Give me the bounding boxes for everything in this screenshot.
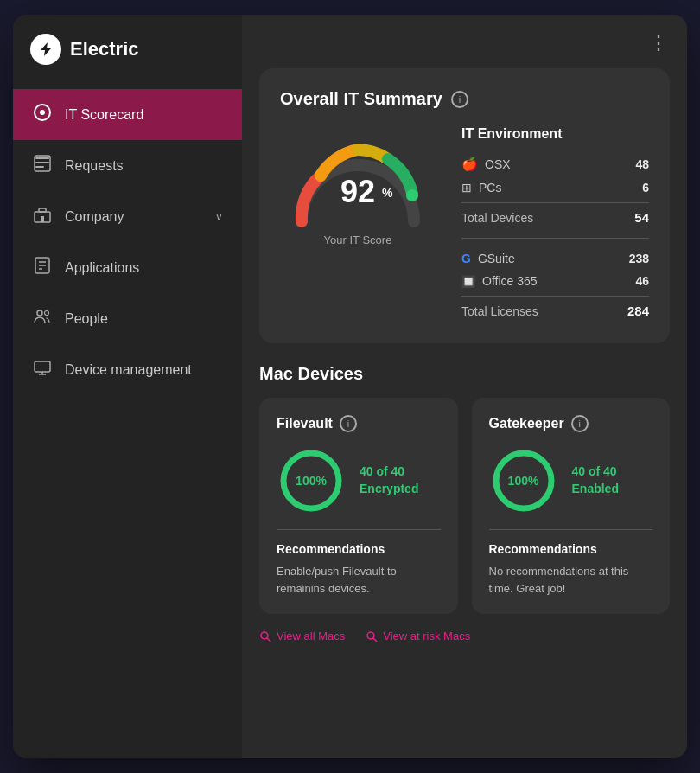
total-licenses-label: Total Licenses <box>461 304 538 318</box>
requests-icon <box>32 154 53 177</box>
sidebar: Electric IT Scorecard <box>13 15 242 758</box>
filevault-stat-text: 40 of 40 Encrypted <box>360 463 418 497</box>
svg-rect-4 <box>35 162 49 163</box>
svg-point-19 <box>406 189 418 201</box>
gatekeeper-stat-line2: Enabled <box>572 481 619 498</box>
it-summary-header: Overall IT Summary i <box>280 89 649 109</box>
filevault-info-icon[interactable]: i <box>340 415 357 432</box>
company-icon <box>32 205 53 228</box>
stat-row-pcs: ⊞ PCs 6 <box>461 176 649 199</box>
svg-rect-16 <box>35 361 50 372</box>
view-all-macs-link[interactable]: View all Macs <box>259 629 345 642</box>
search-at-risk-icon <box>366 630 378 642</box>
gatekeeper-card-header: Gatekeeper i <box>489 415 653 432</box>
more-options-button[interactable]: ⋮ <box>649 32 670 54</box>
it-summary-info-icon[interactable]: i <box>451 91 468 108</box>
mac-devices-title: Mac Devices <box>259 364 670 384</box>
svg-text:%: % <box>382 186 393 200</box>
svg-rect-5 <box>35 166 44 168</box>
search-icon <box>259 630 271 642</box>
app-container: Electric IT Scorecard <box>13 15 687 758</box>
gatekeeper-card-body: 100% 40 of 40 Enabled <box>489 446 653 515</box>
main-content: ⋮ Overall IT Summary i <box>242 15 687 758</box>
sidebar-item-label-people: People <box>65 311 108 327</box>
logo-icon <box>30 34 61 65</box>
env-divider <box>461 238 649 239</box>
svg-text:92: 92 <box>340 174 375 209</box>
office365-label: 🔲 Office 365 <box>461 274 538 288</box>
filevault-card-body: 100% 40 of 40 Encrypted <box>277 446 441 515</box>
filevault-rec-text: Enable/push Filevault to remainins devic… <box>277 563 441 597</box>
stat-row-office365: 🔲 Office 365 46 <box>461 270 649 292</box>
total-licenses-value: 284 <box>627 303 649 318</box>
stat-row-total-devices: Total Devices 54 <box>461 202 649 229</box>
stat-row-gsuite: G GSuite 238 <box>461 247 649 270</box>
device-cards-row: Filevault i 100% 40 of 40 <box>259 398 670 614</box>
google-icon: G <box>461 252 471 265</box>
svg-rect-3 <box>35 157 49 159</box>
osx-value: 48 <box>635 157 649 171</box>
total-devices-label: Total Devices <box>461 211 533 225</box>
svg-point-15 <box>45 311 49 316</box>
sidebar-item-applications[interactable]: Applications <box>13 242 242 293</box>
main-header: ⋮ <box>259 32 670 54</box>
applications-icon <box>32 256 53 279</box>
view-at-risk-macs-label: View at risk Macs <box>383 629 470 642</box>
gatekeeper-rec-text: No recommendations at this time. Great j… <box>489 563 653 597</box>
sidebar-item-company[interactable]: Company ∨ <box>13 191 242 242</box>
svg-point-2 <box>40 110 45 115</box>
env-stats: IT Environment 🍎 OSX 48 ⊞ PCs 6 <box>461 126 649 323</box>
pcs-value: 6 <box>642 181 649 195</box>
svg-marker-0 <box>41 42 51 56</box>
sidebar-item-label-it-scorecard: IT Scorecard <box>65 107 143 123</box>
filevault-card-header: Filevault i <box>277 415 441 432</box>
windows-icon: ⊞ <box>461 181 472 195</box>
sidebar-item-people[interactable]: People <box>13 293 242 344</box>
sidebar-item-label-device-management: Device management <box>65 362 192 378</box>
filevault-stat-line1: 40 of 40 <box>360 463 418 481</box>
filevault-rec-title: Recommendations <box>277 542 441 556</box>
gatekeeper-card: Gatekeeper i 100% 40 of 40 <box>472 398 671 614</box>
sidebar-header: Electric <box>13 15 242 82</box>
sidebar-item-device-management[interactable]: Device management <box>13 344 242 395</box>
it-summary-title: Overall IT Summary <box>280 89 442 109</box>
filevault-percent: 100% <box>296 474 327 488</box>
filevault-recommendations: Recommendations Enable/push Filevault to… <box>277 529 441 597</box>
filevault-stat-line2: Encrypted <box>360 481 418 498</box>
sidebar-item-label-company: Company <box>65 209 124 225</box>
gatekeeper-stat-line1: 40 of 40 <box>572 463 619 481</box>
stat-row-total-licenses: Total Licenses 284 <box>461 296 649 323</box>
stat-row-osx: 🍎 OSX 48 <box>461 152 649 176</box>
chevron-down-icon: ∨ <box>215 211 223 223</box>
sidebar-item-it-scorecard[interactable]: IT Scorecard <box>13 89 242 140</box>
gatekeeper-progress-circle: 100% <box>489 446 558 515</box>
scorecard-icon <box>32 103 53 126</box>
apple-icon: 🍎 <box>461 157 478 172</box>
filevault-card: Filevault i 100% 40 of 40 <box>259 398 458 614</box>
office365-value: 46 <box>635 274 649 288</box>
gauge-label: Your IT Score <box>324 233 392 246</box>
gatekeeper-rec-title: Recommendations <box>489 542 653 556</box>
gatekeeper-stat-text: 40 of 40 Enabled <box>572 463 619 497</box>
sidebar-item-label-requests: Requests <box>65 158 124 174</box>
env-section-title: IT Environment <box>461 126 649 142</box>
gatekeeper-percent: 100% <box>508 474 539 488</box>
gatekeeper-title: Gatekeeper <box>489 416 564 431</box>
sidebar-item-requests[interactable]: Requests <box>13 140 242 191</box>
view-at-risk-macs-link[interactable]: View at risk Macs <box>366 629 470 642</box>
footer-links: View all Macs View at risk Macs <box>259 629 670 642</box>
people-icon <box>32 307 53 330</box>
it-summary-card: Overall IT Summary i <box>259 68 670 343</box>
it-score-gauge: 92 % Your IT Score <box>280 126 436 246</box>
office-icon: 🔲 <box>461 275 475 288</box>
logo-text: Electric <box>70 38 139 61</box>
gatekeeper-recommendations: Recommendations No recommendations at th… <box>489 529 653 597</box>
view-all-macs-label: View all Macs <box>277 629 345 642</box>
osx-label: 🍎 OSX <box>461 157 511 172</box>
svg-line-27 <box>267 638 270 642</box>
sidebar-item-label-applications: Applications <box>65 260 139 276</box>
svg-rect-8 <box>39 208 46 212</box>
gatekeeper-info-icon[interactable]: i <box>571 415 589 432</box>
pcs-label: ⊞ PCs <box>461 181 501 195</box>
filevault-progress-circle: 100% <box>277 446 346 515</box>
